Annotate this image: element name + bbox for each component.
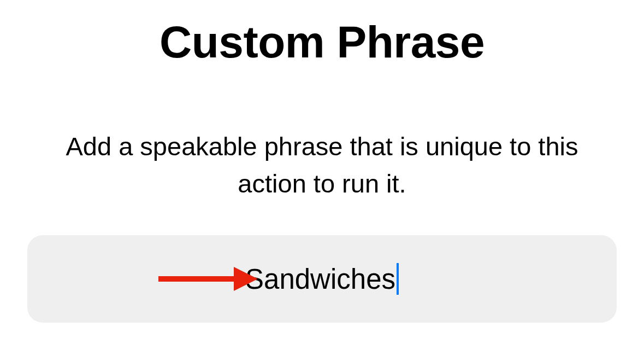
phrase-input-container[interactable]: Sandwiches bbox=[27, 235, 617, 323]
phrase-input[interactable]: Sandwiches bbox=[245, 263, 399, 295]
page-title: Custom Phrase bbox=[0, 16, 644, 68]
phrase-input-value: Sandwiches bbox=[245, 263, 395, 295]
annotation-arrow bbox=[158, 267, 258, 291]
text-cursor-icon bbox=[397, 263, 399, 295]
arrow-line-icon bbox=[158, 276, 235, 282]
page-description: Add a speakable phrase that is unique to… bbox=[0, 128, 644, 202]
arrow-head-icon bbox=[234, 267, 258, 291]
